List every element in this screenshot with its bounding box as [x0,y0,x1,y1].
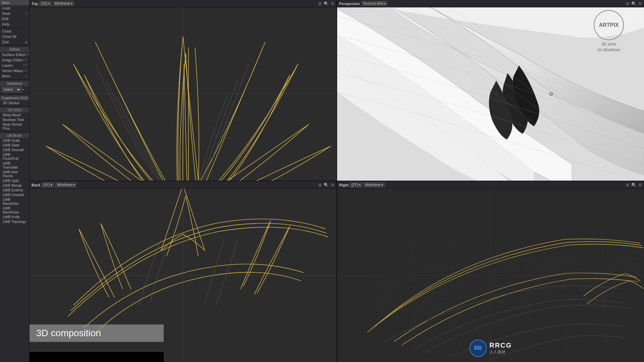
vp-top-right-label: Perspective [339,2,360,6]
menu-new[interactable]: New ▾ [0,0,29,5]
lwb-grab[interactable]: LWB Grab [0,138,29,143]
3d-sticker[interactable]: 3D Sticker [0,101,29,105]
vp-bottom-left-icons: ⊞ 🔍 ⚙ [318,183,334,187]
settings-icon-br[interactable]: ⚙ [638,183,642,187]
menu-edit[interactable]: Edit [0,16,29,21]
separator-4 [0,94,29,94]
select-dropdown[interactable]: Select [1,87,21,93]
maximize-icon[interactable]: ⊞ [318,1,322,6]
separator-5 [0,106,29,106]
main-viewport-area: Top (XZ) ▾ Wireframe ▾ ⊞ 🔍 ⚙ [30,0,644,362]
lwb-push-pull[interactable]: LWB Push/Pull [0,152,29,161]
viewport-top-right-header: Perspective Textured Wire ▾ ⊞ 🔍 ⚙ [337,0,644,7]
lwb-slide[interactable]: LWB Slide [0,143,29,147]
rrcg-text: RRCG 人人素材 [489,342,512,355]
composition-text: 3D composition [36,328,101,338]
artpix-artist: 3D artist Ari Marttinen [594,42,624,53]
vp-top-left-label: Top [32,2,38,6]
selections-header: Selections [0,81,29,86]
lwb-knife[interactable]: LWB Knife [0,215,29,219]
menu-load[interactable]: Load [0,5,29,11]
maximize-icon-br[interactable]: ⊞ [626,183,629,187]
svg-point-17 [551,94,552,95]
vp-top-right-mode-btn[interactable]: Textured Wire ▾ [361,1,388,6]
viewport-top-left: Top (XZ) ▾ Wireframe ▾ ⊞ 🔍 ⚙ [30,0,336,181]
lwb-topology[interactable]: LWB Topology [0,219,29,224]
settings-icon-bl[interactable]: ⚙ [331,183,334,187]
viewport-top-left-header: Top (XZ) ▾ Wireframe ▾ ⊞ 🔍 ⚙ [30,0,336,7]
vp-bottom-right-mode-btn[interactable]: Wireframe ▾ [364,182,385,187]
vp-bottom-right-label: Right [339,183,348,187]
rrcg-watermark: RR RRCG 人人素材 [469,340,512,357]
composition-overlay: 3D composition [30,324,164,342]
menu-close[interactable]: Close [0,28,29,34]
separator-1 [0,27,29,28]
menu-save[interactable]: Save ▾ [0,11,29,16]
meta-mesh[interactable]: Meta Mesh [0,113,29,117]
viewport-bottom-left: Back (XY) ▾ Wireframe ▾ ⊞ 🔍 ⚙ [30,181,336,362]
menu-quit[interactable]: Quit ◀ [0,39,29,45]
lwb-bandglue[interactable]: LWB BandGlue [0,206,29,215]
go2014-header: GO 2014 [0,108,29,113]
vp-bottom-right-axis-btn[interactable]: (ZY) ▾ [350,182,362,187]
sidebar: New ▾ Load Save ▾ Edit Help Close Close … [0,0,30,362]
vp-top-left-mode-btn[interactable]: Wireframe ▾ [53,1,74,6]
vp-bottom-left-axis-btn[interactable]: (XY) ▾ [42,182,54,187]
vertex-maps[interactable]: Vertex Maps F8 [0,68,29,73]
search-icon-bl[interactable]: 🔍 [324,183,329,187]
menu-help[interactable]: Help [0,21,29,27]
vp-top-right-icons: ⊞ 🔍 ⚙ [626,1,642,6]
lwb-split[interactable]: LWB Split [0,178,29,183]
settings-icon[interactable]: ⚙ [331,1,334,6]
artpix-watermark: ARTPIX 3D artist Ari Marttinen [594,10,624,53]
search-icon[interactable]: 🔍 [324,1,329,6]
lwbrush-header: LW Brush [0,133,29,138]
vp-bottom-left-mode-btn[interactable]: Wireframe ▾ [55,182,76,187]
heat-shrink-plus[interactable]: Heat Shrink Plus [0,122,29,131]
vp-bottom-right-icons: ⊞ 🔍 ⚙ [626,183,642,187]
lwb-unweld[interactable]: LWB Unweld [0,192,29,197]
menu-close-all[interactable]: Close All [0,34,29,39]
viewport-bottom-right: Right (ZY) ▾ Wireframe ▾ ⊞ 🔍 ⚙ [337,181,644,362]
separator-2 [0,45,29,46]
lwb-add-points[interactable]: LWB Add Points [0,170,29,178]
vp-top-left-canvas [30,7,336,181]
lwb-extend[interactable]: LWB Extend [0,188,29,192]
maximize-icon-tr[interactable]: ⊞ [626,1,629,6]
maximize-icon-bl[interactable]: ⊞ [318,183,322,187]
rrcg-subtitle: 人人素材 [489,349,512,355]
vp-top-left-icons: ⊞ 🔍 ⚙ [318,1,334,6]
more-editors[interactable]: More ▾ [0,73,29,79]
artpix-circle: ARTPIX [594,10,624,40]
black-bar [30,352,164,362]
surface-editor[interactable]: Surface Editor F5 [0,52,29,57]
lwb-bandsaw[interactable]: LWB BandSaw [0,197,29,206]
search-icon-tr[interactable]: 🔍 [631,1,636,6]
viewport-top-right: Perspective Textured Wire ▾ ⊞ 🔍 ⚙ [337,0,644,181]
separator-6 [0,131,29,132]
settings-icon-tr[interactable]: ⚙ [638,1,642,6]
editors-header: Editors [0,47,29,52]
viewport-bottom-right-header: Right (ZY) ▾ Wireframe ▾ ⊞ 🔍 ⚙ [337,181,644,189]
lwb-translate[interactable]: LWB Translate [0,161,29,170]
vp-bottom-left-label: Back [32,183,40,187]
vp-top-left-axis-btn[interactable]: (XZ) ▾ [39,1,51,6]
search-icon-br[interactable]: 🔍 [631,183,636,187]
select-row: Select ▾ [0,86,29,93]
lwb-smooth[interactable]: LWB Smooth [0,147,29,152]
supplement-header: Supplement 2016 [0,96,29,101]
lwb-merge[interactable]: LWB Merge [0,183,29,188]
viewport-bottom-left-header: Back (XY) ▾ Wireframe ▾ ⊞ 🔍 ⚙ [30,181,336,189]
rrcg-logo: RR [469,340,487,357]
image-editor[interactable]: Image Editor F6 [0,57,29,63]
rrcg-title: RRCG [489,342,512,349]
boolean-tool[interactable]: Boolean Tool [0,117,29,122]
vp-bottom-right-canvas [337,189,644,362]
separator-3 [0,79,29,80]
layers-editor[interactable]: Layers F7 [0,63,29,68]
